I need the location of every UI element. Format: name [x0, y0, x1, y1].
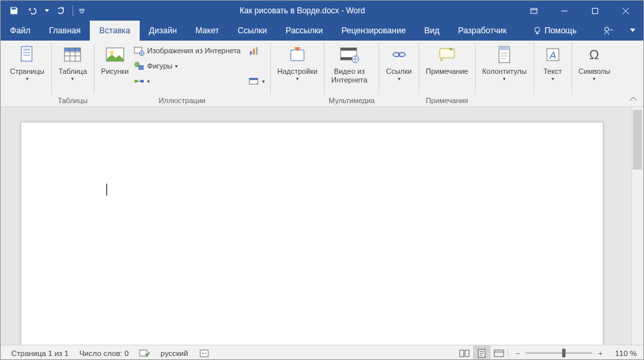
scrollbar-thumb[interactable] — [633, 110, 642, 170]
tab-insert[interactable]: Вставка — [90, 21, 139, 41]
minimize-icon[interactable] — [549, 1, 579, 21]
zoom-slider[interactable] — [526, 352, 592, 354]
header-footer-button[interactable]: Колонтитулы ▾ — [480, 42, 530, 83]
screenshot-button[interactable]: ▾ — [247, 74, 266, 89]
qat-customize[interactable] — [77, 8, 86, 13]
table-label: Таблица — [59, 67, 87, 76]
collapse-ribbon-icon[interactable] — [629, 94, 638, 104]
chevron-down-icon: ▾ — [552, 76, 554, 82]
vertical-scrollbar[interactable] — [631, 107, 643, 345]
status-macro[interactable] — [194, 345, 215, 361]
chevron-down-icon: ▾ — [593, 76, 595, 82]
svg-point-3 — [605, 27, 609, 31]
svg-rect-17 — [140, 80, 144, 83]
svg-rect-9 — [65, 48, 80, 51]
zoom-out-button[interactable]: − — [512, 349, 523, 357]
maximize-icon[interactable] — [579, 1, 610, 21]
addins-button[interactable]: Надстройки ▾ — [275, 42, 320, 83]
tab-help[interactable]: Помощь — [524, 21, 585, 41]
feedback-icon[interactable] — [622, 21, 643, 41]
text-button[interactable]: A Текст ▾ — [538, 42, 567, 83]
zoom-in-button[interactable]: + — [595, 349, 605, 357]
pictures-button[interactable]: Рисунки — [98, 42, 132, 77]
tab-design[interactable]: Дизайн — [140, 21, 186, 41]
tab-developer[interactable]: Разработчик — [448, 21, 516, 41]
svg-rect-6 — [23, 52, 30, 53]
document-page[interactable] — [21, 122, 603, 345]
tab-view[interactable]: Вид — [415, 21, 449, 41]
save-icon[interactable] — [6, 3, 22, 19]
shapes-label: Фигуры — [147, 62, 172, 70]
text-label: Текст — [544, 67, 562, 76]
zoom-thumb[interactable] — [562, 349, 565, 357]
svg-rect-22 — [249, 79, 257, 81]
online-images-label: Изображения из Интернета — [147, 47, 240, 55]
chevron-down-icon: ▾ — [503, 76, 506, 82]
tab-mailings[interactable]: Рассылки — [276, 21, 332, 41]
illustrations-group-label: Иллюстрации — [98, 96, 266, 106]
status-language[interactable]: русский — [155, 345, 193, 361]
chevron-down-icon: ▾ — [262, 79, 265, 85]
chevron-down-icon: ▾ — [71, 76, 74, 82]
spellcheck-icon — [139, 348, 150, 359]
tab-layout[interactable]: Макет — [186, 21, 228, 41]
pictures-label: Рисунки — [101, 67, 129, 76]
chevron-down-icon: ▾ — [296, 76, 299, 82]
svg-point-2 — [535, 27, 540, 31]
table-button[interactable]: Таблица ▾ — [56, 42, 90, 83]
tab-home[interactable]: Главная — [40, 21, 90, 41]
screenshot-icon — [249, 76, 259, 87]
svg-rect-0 — [530, 8, 536, 13]
shapes-button[interactable]: Фигуры ▾ — [131, 59, 243, 73]
svg-rect-25 — [341, 48, 357, 51]
status-spellcheck[interactable] — [134, 345, 155, 361]
tab-file[interactable]: Файл — [1, 21, 40, 41]
status-page[interactable]: Страница 1 из 1 — [6, 345, 74, 361]
svg-text:Ω: Ω — [589, 47, 599, 62]
undo-icon[interactable] — [25, 3, 41, 19]
header-footer-label: Колонтитулы — [482, 67, 527, 76]
ribbon-display-options-icon[interactable] — [518, 1, 549, 21]
chart-button[interactable] — [247, 43, 266, 58]
omega-icon: Ω — [583, 43, 605, 66]
pages-label: Страницы — [10, 67, 45, 76]
shapes-icon — [134, 61, 144, 71]
chart-icon — [249, 45, 259, 56]
header-footer-icon — [494, 43, 515, 66]
close-icon[interactable] — [610, 1, 641, 21]
online-video-button[interactable]: Видео из Интернета — [329, 42, 370, 86]
comments-group-label: Примечания — [423, 96, 471, 106]
status-word-count[interactable]: Число слов: 0 — [74, 345, 134, 361]
online-images-button[interactable]: Изображения из Интернета — [131, 43, 243, 58]
links-button[interactable]: Ссылки ▾ — [383, 42, 414, 83]
chevron-down-icon: ▾ — [26, 76, 29, 82]
smartart-button[interactable]: ▾ — [131, 74, 243, 89]
tab-review[interactable]: Рецензирование — [332, 21, 415, 41]
redo-icon[interactable] — [53, 3, 69, 19]
picture-icon — [104, 43, 126, 66]
svg-point-11 — [110, 51, 114, 55]
zoom-level[interactable]: 110 % — [609, 345, 643, 361]
share-icon[interactable] — [594, 21, 622, 41]
lightbulb-icon — [533, 27, 542, 35]
comment-label: Примечание — [426, 67, 468, 76]
chevron-down-icon: ▾ — [398, 76, 401, 82]
print-layout-icon[interactable] — [473, 345, 490, 361]
svg-rect-19 — [253, 49, 255, 55]
document-area[interactable] — [1, 107, 643, 345]
video-icon — [339, 43, 360, 66]
comment-button[interactable]: Примечание — [423, 42, 471, 77]
svg-rect-32 — [499, 47, 510, 50]
web-layout-icon[interactable] — [490, 345, 508, 361]
svg-point-39 — [205, 353, 206, 354]
media-group-label: Мультимедиа — [329, 96, 375, 106]
svg-rect-15 — [138, 65, 144, 70]
svg-point-38 — [202, 353, 204, 354]
read-mode-icon[interactable] — [456, 345, 473, 361]
symbols-button[interactable]: Ω Символы ▾ — [576, 42, 613, 83]
svg-rect-16 — [134, 80, 138, 83]
undo-dropdown[interactable] — [43, 9, 50, 13]
tab-references[interactable]: Ссылки — [228, 21, 276, 41]
pages-button[interactable]: Страницы ▾ — [7, 42, 47, 83]
link-icon — [389, 43, 410, 66]
